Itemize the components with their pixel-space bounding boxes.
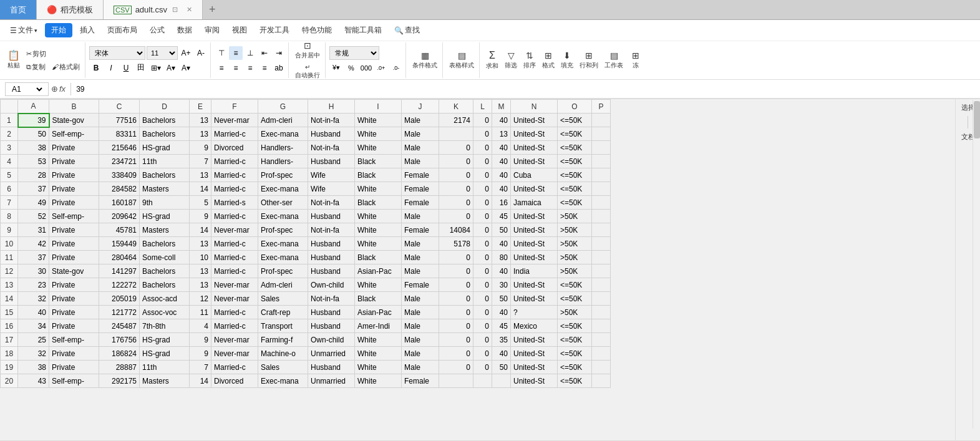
cell-C16[interactable]: 245487 xyxy=(99,319,140,333)
row-number[interactable]: 12 xyxy=(1,264,18,278)
cell-B17[interactable]: Self-emp- xyxy=(49,333,99,347)
cell-H2[interactable]: Husband xyxy=(308,127,355,141)
cell-I13[interactable]: White xyxy=(355,278,402,292)
align-middle-btn[interactable]: ≡ xyxy=(229,46,243,60)
row-number[interactable]: 16 xyxy=(1,319,18,333)
col-header-C[interactable]: C xyxy=(99,100,140,114)
cell-E15[interactable]: 11 xyxy=(190,306,211,319)
cell-G13[interactable]: Adm-cleri xyxy=(258,278,308,292)
cell-O15[interactable]: >50K xyxy=(558,306,592,319)
row-number[interactable]: 15 xyxy=(1,306,18,319)
cell-H20[interactable]: Unmarried xyxy=(308,374,355,388)
cell-D10[interactable]: Bachelors xyxy=(140,237,190,251)
cell-L9[interactable]: 0 xyxy=(473,223,492,237)
cell-E1[interactable]: 13 xyxy=(190,114,211,127)
cell-M3[interactable]: 40 xyxy=(492,141,511,155)
cell-I9[interactable]: White xyxy=(355,223,402,237)
cell-H6[interactable]: Wife xyxy=(308,182,355,196)
cell-H10[interactable]: Husband xyxy=(308,237,355,251)
cell-P18[interactable] xyxy=(592,347,611,361)
font-decrease-btn[interactable]: A- xyxy=(194,46,208,60)
cell-C8[interactable]: 209642 xyxy=(99,210,140,223)
col-header-L[interactable]: L xyxy=(473,100,492,114)
cell-N19[interactable]: United-St xyxy=(511,361,558,374)
cell-O16[interactable]: <=50K xyxy=(558,319,592,333)
cell-D17[interactable]: HS-grad xyxy=(140,333,190,347)
col-header-P[interactable]: P xyxy=(592,100,611,114)
cell-L2[interactable]: 0 xyxy=(473,127,492,141)
cell-O14[interactable]: <=50K xyxy=(558,292,592,306)
cell-O8[interactable]: >50K xyxy=(558,210,592,223)
cell-L3[interactable]: 0 xyxy=(473,141,492,155)
cell-C19[interactable]: 28887 xyxy=(99,361,140,374)
cell-F19[interactable]: Married-c xyxy=(211,361,258,374)
cell-G17[interactable]: Farming-f xyxy=(258,333,308,347)
menu-smart[interactable]: 智能工具箱 xyxy=(339,23,387,37)
cell-I17[interactable]: White xyxy=(355,333,402,347)
cell-N4[interactable]: United-St xyxy=(511,155,558,168)
cell-K20[interactable] xyxy=(439,374,473,388)
row-number[interactable]: 11 xyxy=(1,251,18,264)
cell-E14[interactable]: 12 xyxy=(190,292,211,306)
cell-O13[interactable]: <=50K xyxy=(558,278,592,292)
cell-J9[interactable]: Female xyxy=(402,223,439,237)
cell-P3[interactable] xyxy=(592,141,611,155)
cell-D5[interactable]: Bachelors xyxy=(140,168,190,182)
text-direction-btn[interactable]: ab xyxy=(272,61,286,75)
cell-E11[interactable]: 10 xyxy=(190,251,211,264)
cell-M1[interactable]: 40 xyxy=(492,114,511,127)
cell-E10[interactable]: 13 xyxy=(190,237,211,251)
cell-C7[interactable]: 160187 xyxy=(99,196,140,210)
cell-C12[interactable]: 141297 xyxy=(99,264,140,278)
cell-P14[interactable] xyxy=(592,292,611,306)
cell-N2[interactable]: United-St xyxy=(511,127,558,141)
cell-I8[interactable]: White xyxy=(355,210,402,223)
cell-B7[interactable]: Private xyxy=(49,196,99,210)
menu-start[interactable]: 开始 xyxy=(45,23,72,37)
cell-C9[interactable]: 45781 xyxy=(99,223,140,237)
cell-G4[interactable]: Handlers- xyxy=(258,155,308,168)
cell-B18[interactable]: Private xyxy=(49,347,99,361)
cell-K8[interactable]: 0 xyxy=(439,210,473,223)
cell-C1[interactable]: 77516 xyxy=(99,114,140,127)
cell-L11[interactable]: 0 xyxy=(473,251,492,264)
cell-K13[interactable]: 0 xyxy=(439,278,473,292)
cell-D14[interactable]: Assoc-acd xyxy=(140,292,190,306)
col-header-E[interactable]: E xyxy=(190,100,211,114)
col-header-D[interactable]: D xyxy=(140,100,190,114)
cell-E19[interactable]: 7 xyxy=(190,361,211,374)
cell-O19[interactable]: <=50K xyxy=(558,361,592,374)
cell-B3[interactable]: Private xyxy=(49,141,99,155)
condition-format-btn[interactable]: ▦ 条件格式 xyxy=(410,49,440,71)
cell-H9[interactable]: Not-in-fa xyxy=(308,223,355,237)
cell-D2[interactable]: Bachelors xyxy=(140,127,190,141)
cell-O2[interactable]: <=50K xyxy=(558,127,592,141)
cell-A2[interactable]: 50 xyxy=(18,127,49,141)
cell-K19[interactable]: 0 xyxy=(439,361,473,374)
row-number[interactable]: 13 xyxy=(1,278,18,292)
cell-F12[interactable]: Married-c xyxy=(211,264,258,278)
bold-btn[interactable]: B xyxy=(89,61,103,75)
cell-L12[interactable]: 0 xyxy=(473,264,492,278)
cell-L19[interactable]: 0 xyxy=(473,361,492,374)
cell-E7[interactable]: 5 xyxy=(190,196,211,210)
cell-C3[interactable]: 215646 xyxy=(99,141,140,155)
cell-A18[interactable]: 32 xyxy=(18,347,49,361)
cell-M9[interactable]: 50 xyxy=(492,223,511,237)
italic-btn[interactable]: I xyxy=(104,61,118,75)
cell-O9[interactable]: >50K xyxy=(558,223,592,237)
cell-P13[interactable] xyxy=(592,278,611,292)
cell-D1[interactable]: Bachelors xyxy=(140,114,190,127)
cell-D18[interactable]: HS-grad xyxy=(140,347,190,361)
cell-F2[interactable]: Married-c xyxy=(211,127,258,141)
cell-J1[interactable]: Male xyxy=(402,114,439,127)
vertical-scrollbar[interactable] xyxy=(973,100,980,429)
font-selector[interactable]: 宋体 xyxy=(89,46,145,60)
cell-H12[interactable]: Husband xyxy=(308,264,355,278)
cell-O18[interactable]: <=50K xyxy=(558,347,592,361)
cell-G5[interactable]: Prof-spec xyxy=(258,168,308,182)
cell-I15[interactable]: Asian-Pac xyxy=(355,306,402,319)
cell-J3[interactable]: Male xyxy=(402,141,439,155)
cell-E2[interactable]: 13 xyxy=(190,127,211,141)
scrollbar-thumb[interactable] xyxy=(974,101,980,138)
